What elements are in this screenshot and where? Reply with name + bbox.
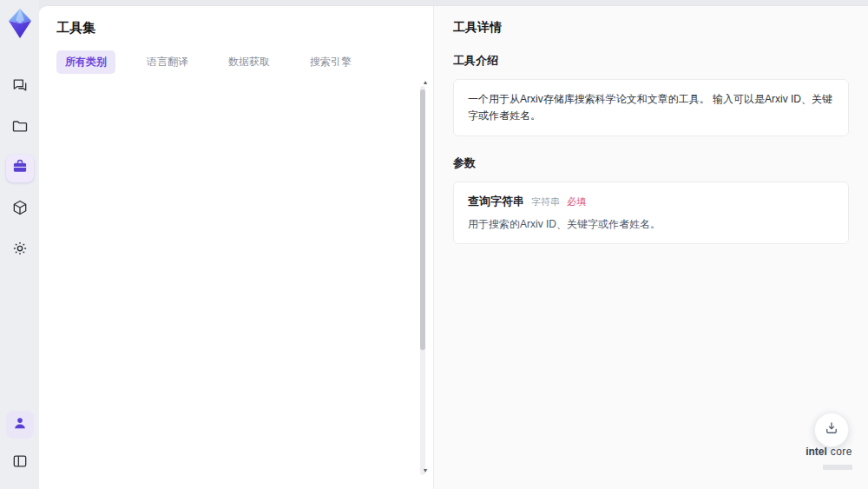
sidebar-item-collapse[interactable] [6,449,34,477]
params-heading: 参数 [453,155,849,171]
scrollbar-thumb[interactable] [420,89,425,350]
scroll-down-icon[interactable]: ▾ [424,467,427,474]
icon-rail [0,0,39,489]
param-type: 字符串 [531,195,560,208]
tab-label: 搜索引擎 [310,56,352,68]
tool-list-panel: 工具集 所有类别语言翻译数据获取搜索引擎 ▴ ▾ [39,6,434,489]
page-title: 工具集 [56,20,416,36]
rail-nav [6,73,34,264]
detail-title: 工具详情 [453,20,849,36]
brand-intel: intel [806,446,827,458]
category-tabs: 所有类别语言翻译数据获取搜索引擎 [56,50,416,74]
sidebar-item-chat[interactable] [6,73,34,101]
app-logo-icon[interactable] [5,7,35,40]
sidebar-item-toolset[interactable] [6,155,34,182]
param-required-flag: 必填 [567,195,586,208]
intro-text: 一个用于从Arxiv存储库搜索科学论文和文章的工具。 输入可以是Arxiv ID… [468,91,834,124]
intel-core-logo: intel core [806,446,852,473]
intro-heading: 工具介绍 [453,53,849,69]
param-box: 查询字符串 字符串 必填 用于搜索的Arxiv ID、关键字或作者姓名。 [453,182,849,244]
sidebar-item-settings[interactable] [6,236,34,264]
scroll-up-icon[interactable]: ▴ [424,79,427,86]
category-tab[interactable]: 语言翻译 [138,50,197,74]
app-window: 工具集 所有类别语言翻译数据获取搜索引擎 ▴ ▾ 工具详情 工具介绍 一个用于从… [0,0,868,489]
panel-layout-icon [11,453,29,473]
rail-bottom [6,411,34,477]
download-icon [824,420,839,439]
tool-detail-panel: 工具详情 工具介绍 一个用于从Arxiv存储库搜索科学论文和文章的工具。 输入可… [434,6,868,489]
param-name: 查询字符串 [468,194,524,209]
folder-icon [11,117,29,138]
user-icon [11,414,29,435]
param-head: 查询字符串 字符串 必填 [468,194,834,209]
content-surface: 工具集 所有类别语言翻译数据获取搜索引擎 ▴ ▾ 工具详情 工具介绍 一个用于从… [39,5,868,489]
download-button[interactable] [814,413,849,447]
intro-box: 一个用于从Arxiv存储库搜索科学论文和文章的工具。 输入可以是Arxiv ID… [453,79,849,136]
tool-list [56,86,416,487]
chat-icon [11,76,29,97]
brand-core: core [827,446,852,458]
category-tab[interactable]: 所有类别 [56,50,115,74]
cube-icon [11,199,29,220]
tab-label: 所有类别 [65,56,107,68]
list-scrollbar[interactable] [420,86,425,475]
sidebar-item-models[interactable] [6,195,34,223]
sidebar-item-files[interactable] [6,114,34,142]
gear-icon [11,240,29,261]
tab-label: 语言翻译 [147,56,188,68]
category-tab[interactable]: 搜索引擎 [301,50,360,74]
brand-sub-mark [823,465,852,470]
param-description: 用于搜索的Arxiv ID、关键字或作者姓名。 [468,216,834,232]
category-tab[interactable]: 数据获取 [220,50,279,74]
tab-label: 数据获取 [228,56,270,68]
briefcase-icon [11,158,29,179]
sidebar-item-account[interactable] [6,411,34,439]
